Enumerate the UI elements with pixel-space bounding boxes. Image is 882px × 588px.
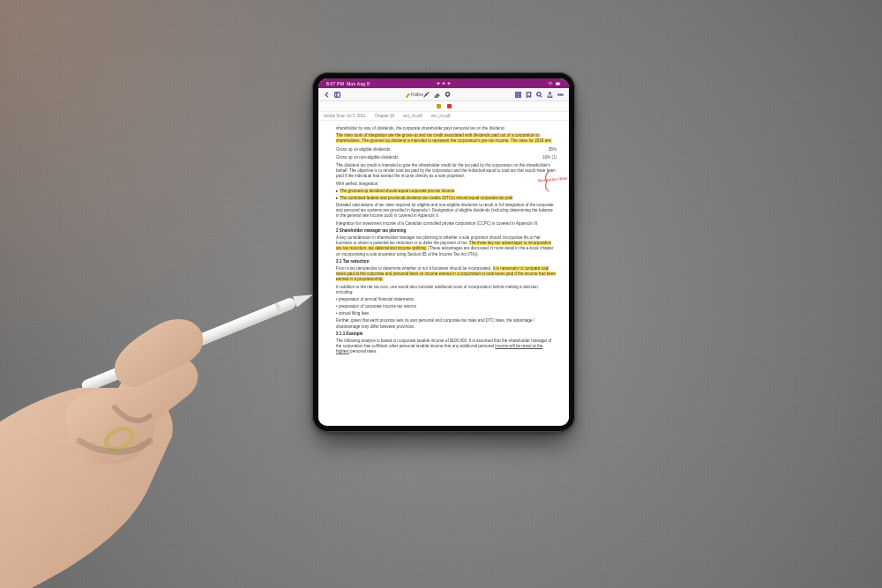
bookmark-icon[interactable] bbox=[526, 92, 532, 98]
svg-rect-6 bbox=[519, 92, 520, 93]
data-row: Gross up on eligible dividends38% bbox=[336, 147, 557, 153]
color-swatch-yellow[interactable] bbox=[437, 104, 441, 108]
file-tab[interactable]: Adobe Scan Jul 5, 2021 bbox=[324, 114, 366, 118]
status-bar: 8:07 PM Mon Aug 8 bbox=[318, 78, 569, 88]
body-text: In addition to the net tax cost, one wou… bbox=[336, 285, 557, 295]
svg-rect-2 bbox=[560, 83, 561, 84]
more-icon[interactable] bbox=[557, 92, 564, 98]
section-heading: 2 Shareholder manager tax planning bbox=[336, 228, 557, 234]
status-icons bbox=[548, 81, 561, 86]
status-time-date: 8:07 PM Mon Aug 8 bbox=[326, 81, 370, 86]
body-text: A key consideration in shareholder manag… bbox=[336, 235, 557, 257]
share-icon[interactable] bbox=[547, 92, 553, 98]
desk-background: 8:07 PM Mon Aug 8 Home▾ bbox=[0, 0, 882, 588]
highlighter-icon[interactable] bbox=[405, 92, 411, 98]
svg-point-16 bbox=[102, 425, 136, 454]
svg-point-4 bbox=[446, 92, 450, 95]
thumbnails-icon[interactable] bbox=[515, 92, 521, 98]
body-text: Detailed calculations of tax rates requi… bbox=[336, 203, 557, 220]
section-heading: 2.1.1 Example bbox=[336, 331, 557, 337]
svg-rect-1 bbox=[557, 83, 560, 85]
battery-icon bbox=[556, 81, 561, 86]
file-tab[interactable]: wm_ch.pdf bbox=[431, 114, 451, 118]
ipad-screen: 8:07 PM Mon Aug 8 Home▾ bbox=[318, 78, 569, 426]
file-tab[interactable]: Chapter 29 bbox=[375, 114, 394, 118]
body-text: The dividend tax credit is intended to g… bbox=[336, 163, 557, 180]
highlighted-text: ▸ The grossed-up dividend should equal c… bbox=[336, 189, 557, 194]
lasso-icon[interactable] bbox=[445, 92, 451, 98]
multitask-dots[interactable] bbox=[437, 82, 451, 85]
document-viewport[interactable]: shareholder by way of dividends, the cor… bbox=[318, 121, 569, 426]
body-text: Integration for investment income of a C… bbox=[336, 221, 557, 227]
back-icon[interactable] bbox=[324, 92, 330, 98]
svg-rect-5 bbox=[516, 92, 518, 93]
eraser-icon[interactable] bbox=[434, 92, 440, 98]
sidebar-icon[interactable] bbox=[334, 92, 340, 98]
body-text: The following analysis is based on corpo… bbox=[336, 339, 557, 355]
body-text: shareholder by way of dividends, the cor… bbox=[336, 126, 557, 131]
body-text: Further, given that each province sets i… bbox=[336, 318, 557, 329]
bottom-fade bbox=[318, 406, 569, 426]
data-row: Gross up on non-eligible dividends16% (1… bbox=[336, 155, 557, 160]
ipad-device: 8:07 PM Mon Aug 8 Home▾ bbox=[312, 72, 575, 432]
app-toolbar: Home▾ T bbox=[318, 88, 569, 101]
tool-options-row bbox=[318, 101, 569, 112]
body-text: From a tax perspective to determine whet… bbox=[336, 266, 557, 283]
svg-rect-7 bbox=[516, 95, 518, 97]
highlighted-text: ▸ The combined federal and provincial di… bbox=[336, 196, 557, 201]
svg-rect-15 bbox=[275, 302, 283, 315]
svg-rect-14 bbox=[80, 296, 297, 392]
breadcrumb-title[interactable]: Home▾ bbox=[411, 92, 429, 97]
file-tab[interactable]: wm_ch.pdf bbox=[403, 114, 422, 118]
open-files-bar: Adobe Scan Jul 5, 2021 Chapter 29 wm_ch.… bbox=[318, 112, 569, 121]
svg-rect-13 bbox=[80, 296, 297, 392]
list-item: annual filing fees bbox=[336, 311, 557, 316]
wifi-icon bbox=[548, 81, 553, 86]
svg-rect-8 bbox=[519, 95, 520, 97]
list-item: preparation of annual financial statemen… bbox=[336, 297, 557, 302]
svg-point-12 bbox=[562, 93, 563, 94]
list-item: preparation of corporate income tax retu… bbox=[336, 304, 557, 309]
search-icon[interactable] bbox=[536, 92, 542, 98]
highlighted-text: The main tools of integration are the gr… bbox=[336, 133, 557, 144]
svg-point-10 bbox=[558, 93, 559, 94]
svg-point-9 bbox=[537, 92, 541, 95]
svg-point-11 bbox=[560, 93, 561, 94]
color-swatch-red[interactable] bbox=[447, 104, 452, 108]
section-heading: 2.1 Tax reduction bbox=[336, 259, 557, 264]
body-text: With perfect integration: bbox=[336, 182, 557, 187]
